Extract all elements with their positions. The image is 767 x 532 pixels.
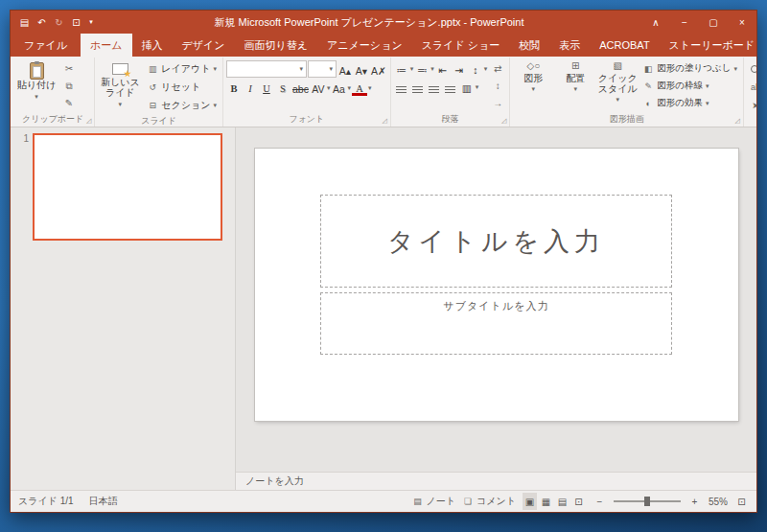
ribbon-display-options-icon[interactable]: ∧ [641, 11, 670, 34]
tab-slideshow[interactable]: スライド ショー [412, 34, 510, 57]
slide-indicator[interactable]: スライド 1/1 [18, 495, 74, 508]
new-slide-label: 新しいスライド [98, 77, 142, 98]
font-group-label: フォント [289, 113, 324, 126]
close-icon[interactable]: × [728, 11, 756, 34]
subtitle-placeholder[interactable]: サブタイトルを入力 [320, 292, 673, 355]
drawing-dialog-launcher-icon[interactable]: ◿ [735, 117, 740, 125]
shape-fill-button[interactable]: ◧ 図形の塗りつぶし ▾ [639, 60, 740, 77]
redo-icon[interactable]: ↻ [51, 12, 67, 32]
format-painter-icon[interactable]: ✎ [60, 95, 78, 111]
zoom-level[interactable]: 55% [709, 497, 728, 507]
select-button[interactable]: ➤ 選択 ▾ [747, 97, 756, 114]
shape-fill-caret-icon: ▾ [733, 65, 737, 73]
slide-sorter-view-button[interactable]: ▦ [539, 493, 553, 510]
reset-button[interactable]: ↺ リセット [144, 79, 220, 96]
convert-to-smartart-icon[interactable]: → [489, 95, 506, 111]
tab-view[interactable]: 表示 [549, 34, 590, 57]
tab-storyboard[interactable]: ストーリーボード [660, 34, 757, 57]
slideshow-view-button[interactable]: ⊡ [571, 493, 586, 510]
quick-styles-button[interactable]: ▧ クイックスタイル ▾ [597, 58, 638, 104]
zoom-slider[interactable] [614, 495, 681, 508]
notes-pane[interactable]: ノートを入力 [236, 472, 756, 490]
shapes-button[interactable]: ◇○ 図形 ▾ [513, 58, 553, 94]
reading-view-button[interactable]: ▤ [555, 493, 569, 510]
strikethrough-button[interactable]: abc [291, 80, 310, 96]
paragraph-group-label: 段落 [442, 113, 459, 126]
slide-thumbnail[interactable] [33, 133, 222, 241]
comments-toggle[interactable]: ❏ コメント [462, 495, 516, 508]
bullets-icon[interactable]: ≔ [394, 60, 409, 77]
font-name-combo[interactable]: ▾ [226, 60, 307, 78]
customize-qat-icon[interactable]: ▾ [85, 12, 97, 32]
slides-group-label: スライド [141, 115, 176, 127]
increase-font-size-icon[interactable]: A▴ [337, 61, 353, 78]
align-center-icon[interactable] [410, 79, 426, 95]
font-size-combo[interactable]: ▾ [308, 60, 337, 78]
tab-insert[interactable]: 挿入 [132, 34, 173, 57]
slide-canvas[interactable]: タイトルを入力 サブタイトルを入力 [236, 127, 756, 472]
normal-view-button[interactable]: ▣ [523, 493, 537, 510]
notes-toggle[interactable]: ▤ ノート [412, 495, 455, 508]
ribbon-group-drawing: ◇○ 図形 ▾ ⊞ 配置 ▾ ▧ クイックスタイル ▾ [510, 58, 744, 127]
tab-home[interactable]: ホーム [81, 34, 132, 57]
zoom-in-button[interactable]: + [687, 493, 702, 510]
decrease-indent-icon[interactable]: ⇤ [435, 60, 451, 77]
columns-icon[interactable]: ▥ [459, 79, 475, 95]
arrange-button[interactable]: ⊞ 配置 ▾ [555, 58, 595, 94]
font-name-caret-icon: ▾ [299, 65, 303, 73]
align-text-icon[interactable]: ↕ [489, 78, 506, 94]
align-left-bars-icon [396, 86, 407, 95]
text-shadow-button[interactable]: S [275, 80, 291, 96]
increase-indent-icon[interactable]: ⇥ [452, 60, 467, 77]
align-right-icon[interactable] [427, 79, 442, 95]
tab-review[interactable]: 校閲 [509, 34, 549, 57]
change-case-button[interactable]: Aa [331, 80, 346, 96]
undo-icon[interactable]: ↶ [34, 12, 50, 32]
start-slideshow-icon[interactable]: ⊡ [68, 12, 84, 32]
tab-transitions[interactable]: 画面切り替え [235, 34, 318, 57]
new-slide-button[interactable]: 新しいスライド ▾ [98, 58, 142, 109]
italic-button[interactable]: I [243, 80, 258, 96]
font-dialog-launcher-icon[interactable]: ◿ [382, 117, 386, 125]
decrease-font-size-icon[interactable]: A▾ [354, 61, 369, 78]
language-indicator[interactable]: 日本語 [89, 495, 118, 508]
replace-button[interactable]: ab 置換 ▾ [747, 79, 756, 96]
clear-formatting-icon[interactable]: A✗ [370, 61, 387, 78]
zoom-slider-thumb[interactable] [644, 497, 650, 506]
font-color-button[interactable]: A [352, 80, 367, 96]
numbering-icon[interactable]: ≕ [414, 60, 430, 77]
slide[interactable]: タイトルを入力 サブタイトルを入力 [255, 149, 738, 421]
find-button[interactable]: 検索 [747, 60, 756, 78]
maximize-icon[interactable]: ▢ [699, 11, 728, 34]
tab-acrobat[interactable]: ACROBAT [590, 34, 659, 57]
tab-design[interactable]: デザイン [173, 34, 235, 57]
text-direction-icon[interactable]: ⇄ [489, 60, 506, 77]
line-spacing-icon[interactable]: ↕ [468, 60, 483, 77]
arrange-icon: ⊞ [571, 60, 579, 73]
bold-button[interactable]: B [226, 80, 242, 96]
fit-to-window-button[interactable]: ⊡ [734, 493, 749, 510]
copy-icon[interactable]: ⧉ [60, 78, 78, 94]
underline-button[interactable]: U [259, 80, 274, 96]
title-placeholder[interactable]: タイトルを入力 [320, 195, 673, 288]
cut-icon[interactable]: ✂ [60, 60, 78, 77]
clipboard-dialog-launcher-icon[interactable]: ◿ [86, 117, 91, 125]
layout-button[interactable]: ▥ レイアウト ▾ [144, 60, 220, 78]
tab-file[interactable]: ファイル [11, 34, 81, 57]
character-spacing-button[interactable]: AV [311, 80, 326, 96]
justify-icon[interactable] [443, 79, 458, 95]
save-icon[interactable]: ▤ [16, 12, 33, 32]
shape-effects-button[interactable]: ◐ 図形の効果 ▾ [639, 95, 740, 111]
align-left-icon[interactable] [394, 79, 409, 95]
slide-thumbnail-panel[interactable]: 1 [11, 127, 236, 490]
section-button[interactable]: ⊟ セクション ▾ [144, 97, 220, 114]
shape-outline-button[interactable]: ✎ 図形の枠線 ▾ [639, 78, 740, 94]
slide-number: 1 [17, 133, 29, 144]
tab-animations[interactable]: アニメーション [317, 34, 412, 57]
minimize-icon[interactable]: − [670, 11, 699, 34]
zoom-out-button[interactable]: − [593, 493, 607, 510]
columns-caret-icon: ▾ [476, 83, 479, 91]
paste-button[interactable]: 貼り付け ▾ [14, 58, 58, 102]
paragraph-dialog-launcher-icon[interactable]: ◿ [501, 117, 506, 125]
shapes-icon: ◇○ [526, 60, 540, 73]
